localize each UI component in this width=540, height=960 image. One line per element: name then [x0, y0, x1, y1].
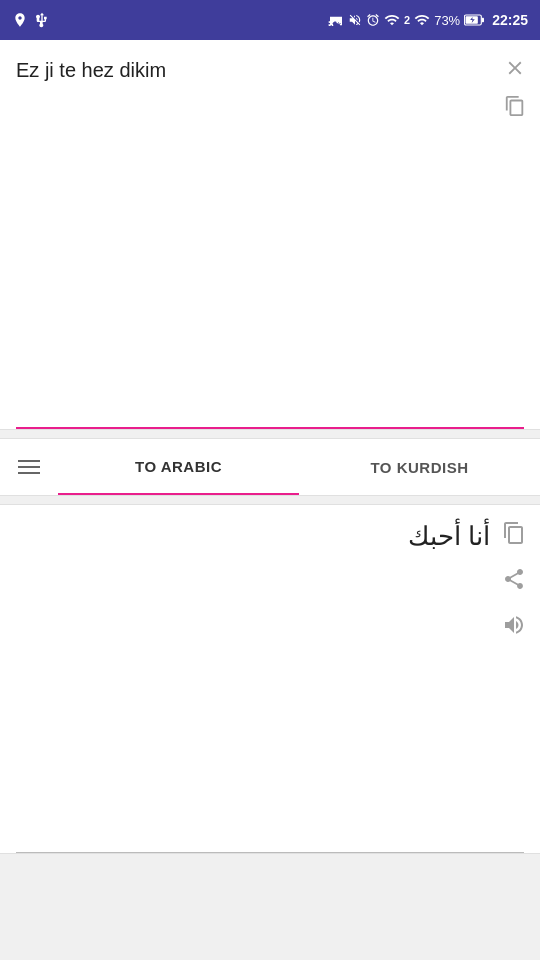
status-icons-left: [12, 12, 50, 28]
gps-icon: [12, 12, 28, 28]
alarm-icon: [366, 13, 380, 27]
status-bar: 2 73% 22:25: [0, 0, 540, 40]
menu-line-3: [18, 472, 40, 474]
menu-button[interactable]: [0, 460, 58, 474]
status-icons-right: 2 73% 22:25: [328, 12, 528, 28]
output-underline: [16, 852, 524, 853]
input-card: Ez ji te hez dikim: [0, 40, 540, 430]
battery-percent: 73%: [434, 13, 460, 28]
tab-to-arabic[interactable]: TO ARABIC: [58, 440, 299, 495]
battery-icon: [464, 14, 484, 26]
output-card: أنا أحبك: [0, 504, 540, 854]
sim-icon: 2: [404, 14, 410, 26]
clipboard-button[interactable]: [504, 92, 526, 118]
clear-button[interactable]: [504, 54, 526, 80]
share-button[interactable]: [502, 565, 526, 591]
cast-icon: [328, 12, 344, 28]
svg-rect-2: [482, 18, 484, 23]
input-text[interactable]: Ez ji te hez dikim: [16, 56, 490, 84]
wifi-icon: [384, 12, 400, 28]
usb-icon: [34, 12, 50, 28]
copy-output-button[interactable]: [502, 519, 526, 545]
menu-line-1: [18, 460, 40, 462]
time-display: 22:25: [492, 12, 528, 28]
output-text: أنا أحبك: [16, 521, 490, 552]
signal-icon: [414, 12, 430, 28]
tab-to-kurdish[interactable]: TO KURDISH: [299, 441, 540, 494]
input-underline: [16, 427, 524, 429]
mute-icon: [348, 13, 362, 27]
menu-line-2: [18, 466, 40, 468]
tts-button[interactable]: [502, 611, 526, 637]
tab-bar: TO ARABIC TO KURDISH: [0, 438, 540, 496]
